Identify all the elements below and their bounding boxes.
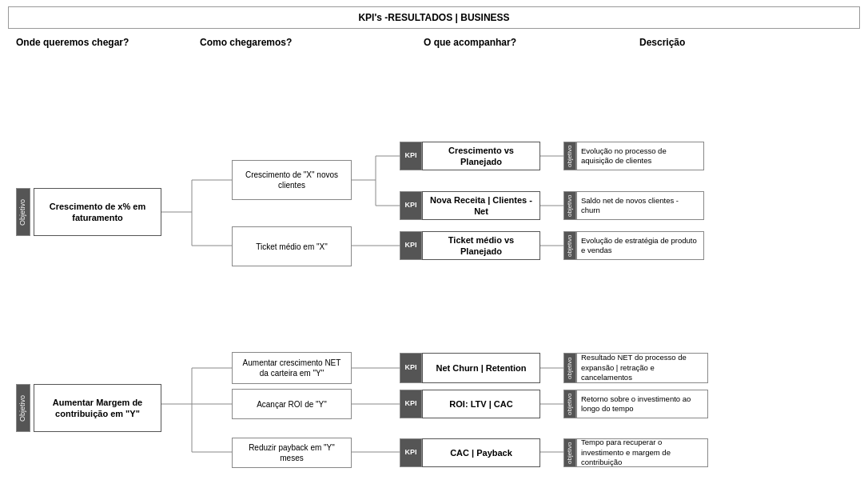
- desc-box-1: Evolução no processo de aquisição de cli…: [576, 142, 704, 170]
- desc-box-2: Saldo net de novos clientes - churn: [576, 191, 704, 220]
- objetivo-small-3: objetivo: [563, 231, 576, 260]
- page-header: KPI's -RESULTADOS | BUSINESS: [8, 6, 860, 29]
- desc-box-5: Retorno sobre o investimento ao longo do…: [576, 390, 708, 418]
- objetivo-small-5: objetivo: [563, 390, 576, 418]
- mid-box-2c: Reduzir payback em "Y" meses: [232, 438, 352, 468]
- kpi-box-6: CAC | Payback: [422, 438, 540, 467]
- mid-box-1a: Crescimento de "X" novos clientes: [232, 160, 352, 200]
- kpi-label-1: KPI: [400, 142, 422, 170]
- objetivo-label-2: Objetivo: [16, 384, 30, 432]
- kpi-box-1: Crescimento vs Planejado: [422, 142, 540, 170]
- main-box-1: Crescimento de x% em faturamento: [34, 188, 161, 236]
- objetivo-small-6: objetivo: [563, 438, 576, 467]
- page-title: KPI's -RESULTADOS | BUSINESS: [358, 12, 509, 23]
- objetivo-small-2: objetivo: [563, 191, 576, 220]
- objetivo-small-1: objetivo: [563, 142, 576, 170]
- desc-box-4: Resultado NET do processo de expansão | …: [576, 353, 708, 383]
- objetivo-small-4: objetivo: [563, 353, 576, 383]
- kpi-box-2: Nova Receita | Clientes - Net: [422, 191, 540, 220]
- kpi-label-6: KPI: [400, 438, 422, 467]
- col-header-4: Descrição: [639, 37, 839, 48]
- diagram-area: Objetivo Crescimento de x% em faturament…: [8, 52, 860, 484]
- objetivo-label-1: Objetivo: [16, 188, 30, 236]
- kpi-label-5: KPI: [400, 390, 422, 418]
- mid-box-1b: Ticket médio em "X": [232, 226, 352, 266]
- kpi-label-4: KPI: [400, 353, 422, 383]
- kpi-box-4: Net Churn | Retention: [422, 353, 540, 383]
- col-header-1: Onde queremos chegar?: [16, 37, 176, 48]
- desc-box-6: Tempo para recuperar o investimento e ma…: [576, 438, 708, 467]
- main-box-2: Aumentar Margem de contribuição em "Y": [34, 384, 161, 432]
- col-header-3: O que acompanhar?: [424, 37, 607, 48]
- kpi-label-2: KPI: [400, 191, 422, 220]
- kpi-box-3: Ticket médio vs Planejado: [422, 231, 540, 260]
- desc-box-3: Evolução de estratégia de produto e vend…: [576, 231, 704, 260]
- column-headers: Onde queremos chegar? Como chegaremos? O…: [8, 37, 860, 52]
- mid-box-2b: Acançar ROI de "Y": [232, 389, 352, 419]
- col-header-2: Como chegaremos?: [200, 37, 376, 48]
- kpi-box-5: ROI: LTV | CAC: [422, 390, 540, 418]
- kpi-label-3: KPI: [400, 231, 422, 260]
- mid-box-2a: Aumentar crescimento NET da carteira em …: [232, 352, 352, 384]
